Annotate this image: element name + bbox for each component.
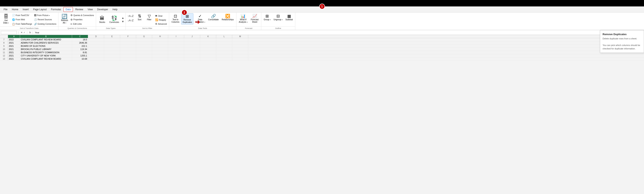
cell-empty[interactable] xyxy=(104,45,120,48)
cell-empty[interactable] xyxy=(216,38,232,41)
cell-value[interactable]: 119.34 xyxy=(72,48,88,51)
from-picture-button[interactable]: 🖼 From Picture ▾ xyxy=(33,14,57,17)
cell-empty[interactable] xyxy=(232,54,248,57)
cell-empty[interactable] xyxy=(104,38,120,41)
cell-empty[interactable] xyxy=(136,57,152,60)
confirm-formula-icon[interactable]: ✓ xyxy=(24,31,26,34)
cell-empty[interactable] xyxy=(120,41,136,44)
cancel-formula-icon[interactable]: ✕ xyxy=(20,31,22,34)
cell-empty[interactable] xyxy=(120,45,136,48)
sort-ascending-button[interactable]: ↑A↓Z xyxy=(127,14,134,18)
menu-developer[interactable]: Developer xyxy=(95,7,110,12)
menu-review[interactable]: Review xyxy=(73,7,85,12)
recent-sources-button[interactable]: 🕒 Recent Sources xyxy=(33,18,57,22)
properties-button[interactable]: ⚙ Properties xyxy=(70,18,95,22)
col-header-b[interactable]: B xyxy=(20,35,72,38)
edit-links-button[interactable]: ✏ Edit Links xyxy=(70,22,95,26)
menu-home[interactable]: Home xyxy=(10,7,20,12)
cell-empty[interactable] xyxy=(232,48,248,51)
cell-empty[interactable] xyxy=(232,41,248,44)
cell-empty[interactable] xyxy=(152,54,168,57)
cell-empty[interactable] xyxy=(168,54,184,57)
cell-empty[interactable] xyxy=(152,45,168,48)
cell-empty[interactable] xyxy=(216,48,232,51)
cell-empty[interactable] xyxy=(88,38,104,41)
menu-file[interactable]: File xyxy=(2,7,10,12)
expand-data-types-up[interactable]: ▲ xyxy=(122,16,124,20)
forecast-sheet-button[interactable]: 📈 ForecastSheet xyxy=(250,13,260,24)
expand-data-types-down[interactable]: ▼ xyxy=(122,20,124,23)
cell-empty[interactable] xyxy=(184,57,200,60)
cell-empty[interactable] xyxy=(120,54,136,57)
cell-empty[interactable] xyxy=(104,41,120,44)
clear-button[interactable]: ✖ Clear xyxy=(154,14,168,18)
cell-empty[interactable] xyxy=(136,51,152,54)
cell-empty[interactable] xyxy=(232,45,248,48)
text-to-columns-button[interactable]: ⊡ Text toColumns xyxy=(170,13,180,24)
cell-empty[interactable] xyxy=(216,51,232,54)
cell-empty[interactable] xyxy=(184,45,200,48)
cell-value[interactable]: 8.81 xyxy=(72,51,88,54)
cell-empty[interactable] xyxy=(120,38,136,41)
cell-value[interactable]: 2646.36 xyxy=(72,41,88,44)
cell-empty[interactable] xyxy=(200,38,216,41)
cell-name[interactable]: BOARD OF ELECTIONS xyxy=(20,45,72,48)
col-header-m[interactable]: M xyxy=(232,35,248,38)
cell-value[interactable]: 18.5 xyxy=(72,38,88,41)
cell-name[interactable]: CITY UNIVERSITY OF NEW YORK xyxy=(20,54,72,57)
reapply-button[interactable]: 🔁 Reapply xyxy=(154,18,168,22)
cell-value[interactable]: 10.68 xyxy=(72,57,88,60)
cell-value[interactable]: 1255.1 xyxy=(72,54,88,57)
advanced-button[interactable]: ⚙ Advanced xyxy=(154,22,168,26)
cell-empty[interactable] xyxy=(88,41,104,44)
subtotal-button[interactable]: ▦ Subtotal xyxy=(284,13,294,22)
col-header-i[interactable]: I xyxy=(168,35,184,38)
cell-year[interactable]: 2021 xyxy=(8,51,20,54)
col-header-k[interactable]: K xyxy=(200,35,216,38)
cell-empty[interactable] xyxy=(104,51,120,54)
cell-empty[interactable] xyxy=(200,41,216,44)
col-header-c[interactable]: C xyxy=(72,35,88,38)
col-header-f[interactable]: F xyxy=(120,35,136,38)
menu-formulas[interactable]: Formulas xyxy=(49,7,63,12)
from-text-csv-button[interactable]: 📄 From Text/CSV xyxy=(11,14,33,17)
cell-empty[interactable] xyxy=(152,38,168,41)
ungroup-button[interactable]: ⊟ Ungroup ▾ xyxy=(272,13,284,22)
cell-empty[interactable] xyxy=(216,54,232,57)
cell-year[interactable]: 2021 xyxy=(8,41,20,44)
cell-year[interactable]: 2021 xyxy=(8,48,20,51)
cell-empty[interactable] xyxy=(200,57,216,60)
cell-empty[interactable] xyxy=(168,45,184,48)
cell-empty[interactable] xyxy=(120,48,136,51)
currencies-button[interactable]: 💱 Currencies xyxy=(108,15,120,24)
group-button[interactable]: ⊞ Group ▾ xyxy=(262,13,272,22)
cell-name[interactable]: ADMIN FOR CHILDREN'S SERVICES xyxy=(20,41,72,44)
queries-connections-button[interactable]: ⚙ Queries & Connections xyxy=(70,14,95,17)
cell-empty[interactable] xyxy=(200,54,216,57)
from-table-range-button[interactable]: 📋 From Table/Range xyxy=(11,22,33,26)
cell-empty[interactable] xyxy=(136,48,152,51)
cell-empty[interactable] xyxy=(232,57,248,60)
stocks-button[interactable]: 🏛 Stocks xyxy=(97,15,107,24)
cell-empty[interactable] xyxy=(152,51,168,54)
col-header-h[interactable]: H xyxy=(152,35,168,38)
cell-empty[interactable] xyxy=(232,51,248,54)
menu-view[interactable]: View xyxy=(86,7,95,12)
relationships-button[interactable]: 🔀 Relationships xyxy=(220,13,235,22)
cell-empty[interactable] xyxy=(184,41,200,44)
existing-connections-button[interactable]: 🔗 Existing Connections xyxy=(33,22,57,26)
cell-name[interactable]: BROOKLYN PUBLIC LIBRARY xyxy=(20,48,72,51)
cell-empty[interactable] xyxy=(200,45,216,48)
menu-insert[interactable]: Insert xyxy=(20,7,31,12)
cell-empty[interactable] xyxy=(88,54,104,57)
cell-empty[interactable] xyxy=(104,54,120,57)
sort-button[interactable]: ⇅ Sort xyxy=(135,13,144,22)
col-header-d[interactable]: D xyxy=(88,35,104,38)
cell-empty[interactable] xyxy=(184,38,200,41)
sort-descending-button[interactable]: ↓A↑Z xyxy=(127,19,134,22)
menu-data[interactable]: Data xyxy=(64,7,73,12)
cell-empty[interactable] xyxy=(136,41,152,44)
get-data-button[interactable]: 🗄 GetData ▾ xyxy=(1,13,11,25)
cell-empty[interactable] xyxy=(216,41,232,44)
refresh-all-button[interactable]: 🔄 RefreshAll ▾ xyxy=(60,13,69,25)
